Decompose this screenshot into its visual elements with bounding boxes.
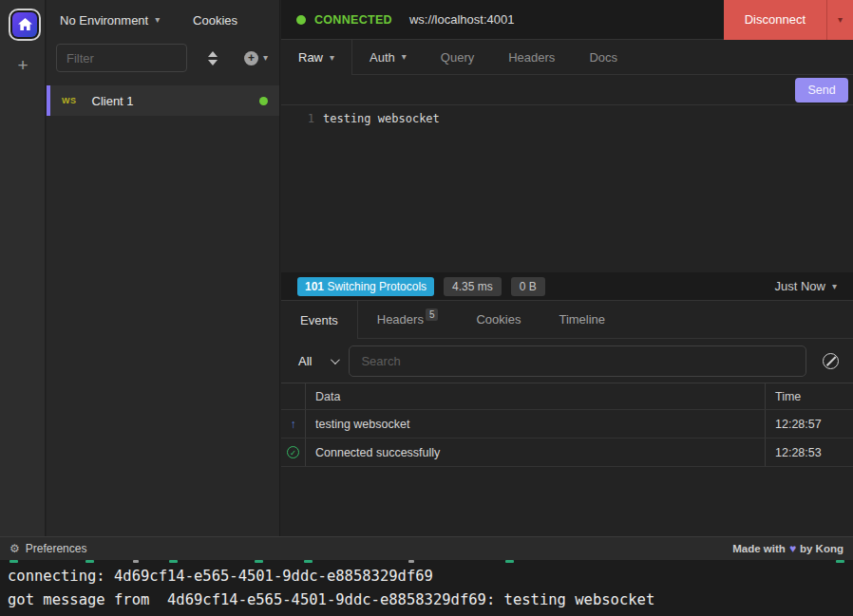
headers-count-badge: 5	[426, 308, 439, 321]
plus-circle-icon: +	[244, 51, 258, 65]
table-row[interactable]: ✓ Connected successfully 12:28:53	[281, 439, 853, 467]
request-tabs: Auth ▾ Query Headers Docs	[352, 40, 853, 75]
tab-events[interactable]: Events	[281, 301, 358, 339]
cookies-button[interactable]: Cookies	[193, 13, 237, 28]
ws-method-tag: WS	[62, 96, 77, 105]
environment-selector[interactable]: No Environment ▾	[60, 13, 160, 28]
tab-body-raw[interactable]: Raw ▾	[281, 40, 352, 75]
sidebar-item-client-1[interactable]: WS Client 1	[47, 85, 279, 116]
home-icon	[12, 12, 37, 37]
request-name: Client 1	[92, 94, 134, 108]
terminal-line: got message from 4d69cf14-e565-4501-9ddc…	[8, 588, 853, 612]
connected-check-icon: ✓	[287, 446, 299, 458]
terminal-line: connecting: 4d69cf14-e565-4501-9ddc-e885…	[8, 565, 853, 588]
events-table: Data Time ↑ testing websocket 12:28:57 ✓…	[281, 383, 853, 467]
response-size-badge: 0 B	[511, 277, 545, 296]
caret-down-icon: ▾	[263, 53, 268, 63]
new-project-button[interactable]: +	[0, 55, 46, 76]
heart-icon: ♥	[789, 542, 796, 555]
send-button[interactable]: Send	[795, 78, 848, 103]
headers-tab-label: Headers	[377, 312, 424, 327]
event-time: 12:28:53	[765, 439, 853, 466]
disconnect-button-group: Disconnect ▾	[724, 0, 853, 40]
connected-dot-icon	[259, 97, 268, 105]
tab-query[interactable]: Query	[424, 40, 491, 74]
response-tabs: Headers 5 Cookies Timeline	[358, 301, 853, 339]
caret-down-icon: ▾	[402, 52, 407, 62]
event-data: Connected successfully	[306, 439, 765, 466]
by-kong-text: by Kong	[800, 543, 844, 554]
connection-status: CONNECTED	[314, 13, 392, 27]
websocket-url[interactable]: ws://localhost:4001	[409, 12, 515, 27]
terminal-panel: connecting: 4d69cf14-e565-4501-9ddc-e885…	[0, 560, 853, 616]
app-window: + No Environment ▾ Cookies + ▾ WS Client…	[0, 0, 853, 616]
sidebar: No Environment ▾ Cookies + ▾ WS Client 1	[47, 0, 280, 536]
caret-down-icon: ▾	[330, 53, 334, 63]
events-filter-row: All	[281, 339, 853, 383]
url-bar: CONNECTED ws://localhost:4001 Disconnect…	[281, 0, 853, 40]
data-column-header: Data	[306, 383, 765, 409]
caret-down-icon: ▾	[838, 15, 843, 25]
status-footer: ⚙ Preferences Made with ♥ by Kong	[0, 536, 853, 560]
tab-resp-headers[interactable]: Headers 5	[358, 301, 458, 338]
environment-label: No Environment	[60, 13, 148, 28]
message-sent-icon: ↑	[291, 418, 296, 431]
auth-tab-label: Auth	[370, 50, 395, 65]
event-time: 12:28:57	[765, 410, 853, 438]
icon-column-header	[281, 383, 306, 409]
tab-auth[interactable]: Auth ▾	[352, 40, 424, 74]
gear-icon: ⚙	[9, 542, 20, 555]
raw-tab-label: Raw	[298, 50, 323, 65]
request-tab-bar: Raw ▾ Auth ▾ Query Headers Docs	[281, 40, 853, 75]
tab-timeline[interactable]: Timeline	[540, 301, 624, 338]
table-row[interactable]: ↑ testing websocket 12:28:57	[281, 410, 853, 439]
editor-content: testing websocket	[323, 112, 440, 272]
disconnect-options-button[interactable]: ▾	[826, 0, 853, 40]
event-data: testing websocket	[306, 410, 765, 438]
tab-headers[interactable]: Headers	[491, 40, 572, 74]
kong-credit: Made with ♥ by Kong	[732, 542, 844, 555]
status-code-badge: 101 Switching Protocols	[297, 277, 434, 296]
search-input[interactable]	[349, 345, 806, 377]
history-label: Just Now	[775, 279, 825, 293]
line-number: 1	[281, 112, 323, 272]
table-header-row: Data Time	[281, 383, 853, 410]
response-status-bar: 101 Switching Protocols 4.35 ms 0 B Just…	[281, 272, 853, 301]
response-history-dropdown[interactable]: Just Now ▾	[775, 279, 838, 293]
body-editor[interactable]: 1 testing websocket	[281, 105, 853, 272]
made-with-text: Made with	[732, 543, 786, 554]
preferences-button[interactable]: ⚙ Preferences	[9, 542, 86, 555]
send-row: Send	[281, 75, 853, 105]
caret-down-icon: ▾	[832, 282, 837, 291]
disconnect-button[interactable]: Disconnect	[724, 0, 826, 40]
chevron-down-icon	[331, 355, 340, 364]
sort-icon[interactable]	[208, 51, 218, 65]
main-pane: CONNECTED ws://localhost:4001 Disconnect…	[281, 0, 853, 536]
response-tab-bar: Events Headers 5 Cookies Timeline	[281, 301, 853, 339]
add-request-button[interactable]: + ▾	[244, 51, 268, 65]
filter-input[interactable]	[56, 44, 187, 72]
sidebar-header: No Environment ▾ Cookies	[47, 0, 279, 40]
time-column-header: Time	[765, 383, 853, 409]
preferences-label: Preferences	[26, 542, 87, 555]
clear-events-icon[interactable]	[823, 353, 839, 369]
activity-rail: +	[0, 0, 46, 536]
event-type-value: All	[298, 354, 312, 368]
status-text: Switching Protocols	[327, 280, 426, 293]
tab-docs[interactable]: Docs	[572, 40, 635, 74]
event-type-select[interactable]: All	[295, 354, 337, 368]
terminal-clipped-line	[0, 560, 853, 564]
response-time-badge: 4.35 ms	[444, 277, 502, 296]
status-code: 101	[305, 280, 324, 293]
tab-resp-cookies[interactable]: Cookies	[457, 301, 540, 338]
sidebar-filter-row: + ▾	[47, 40, 279, 76]
home-button[interactable]	[9, 9, 41, 41]
status-dot-icon	[296, 15, 306, 25]
caret-down-icon: ▾	[155, 15, 160, 25]
